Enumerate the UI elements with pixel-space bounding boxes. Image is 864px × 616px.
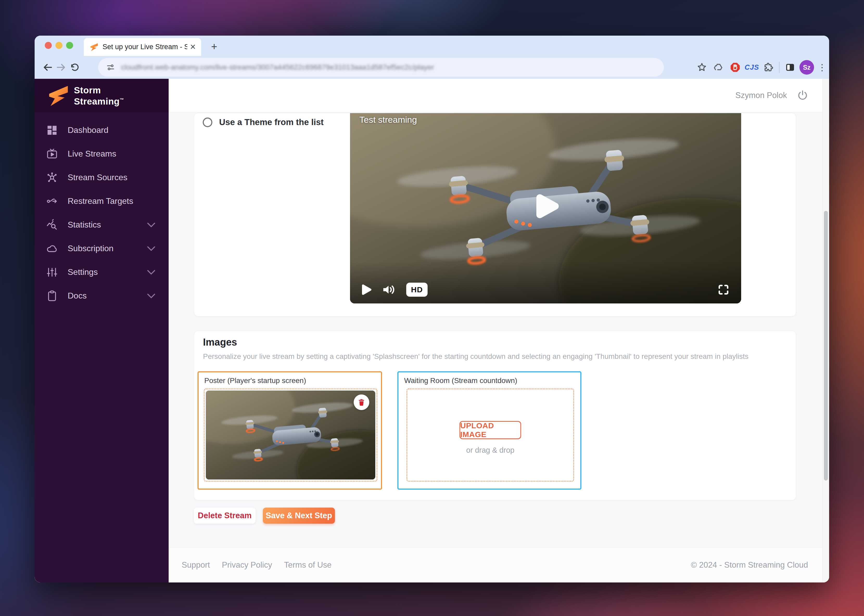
minimize-window-button[interactable]	[55, 42, 63, 49]
page-footer: Support Privacy Policy Terms of Use © 20…	[169, 547, 822, 583]
waiting-room-upload-box[interactable]: Waiting Room (Stream countdown) UPLOAD I…	[397, 371, 582, 490]
poster-label: Poster (Player's startup screen)	[204, 377, 306, 385]
back-icon[interactable]	[41, 61, 54, 74]
sidebar-item-settings[interactable]: Settings	[35, 260, 169, 284]
delete-poster-button[interactable]	[354, 394, 369, 410]
fullscreen-icon[interactable]	[717, 283, 730, 296]
toolbar-separator	[779, 61, 780, 73]
theme-radio-row[interactable]: Use a Theme from the list	[203, 117, 324, 127]
chevron-down-icon	[147, 246, 155, 251]
tv-play-icon	[46, 148, 58, 160]
adblock-hand-icon[interactable]	[727, 56, 744, 79]
logout-power-icon[interactable]	[797, 90, 808, 101]
new-tab-button[interactable]: +	[208, 41, 220, 52]
page-scrollbar-thumb[interactable]	[824, 211, 828, 481]
page-scrollbar-track[interactable]	[822, 79, 829, 583]
top-header: Szymon Polok	[169, 79, 829, 112]
storm-streaming-logo[interactable]: Storm Streaming™	[35, 79, 169, 112]
web-page: Storm Streaming™ Dashboard Live Streams	[35, 79, 829, 583]
cjs-extension-icon[interactable]: CJS	[744, 56, 760, 79]
tab-strip: Set up your Live Stream - Sto ✕ +	[35, 36, 829, 56]
images-card: Images Personalize your live stream by s…	[194, 331, 796, 500]
footer-links: Support Privacy Policy Terms of Use	[182, 560, 331, 570]
delete-stream-button[interactable]: Delete Stream	[194, 508, 255, 524]
theme-player-card: Use a Theme from the list Test streaming	[194, 113, 796, 316]
poster-dropzone[interactable]	[204, 388, 377, 482]
poster-upload-box[interactable]: Poster (Player's startup screen)	[197, 371, 382, 490]
video-player[interactable]: Test streaming	[350, 113, 741, 303]
footer-copyright: © 2024 - Storm Streaming Cloud	[691, 560, 808, 570]
bookmark-star-icon[interactable]	[694, 56, 710, 79]
forward-icon[interactable]	[54, 61, 68, 74]
dashboard-icon	[46, 124, 58, 136]
sidebar-item-live-streams[interactable]: Live Streams	[35, 142, 169, 166]
tab-close-icon[interactable]: ✕	[190, 42, 196, 51]
tune-icon[interactable]	[106, 63, 115, 72]
play-icon[interactable]	[361, 284, 372, 295]
reload-icon[interactable]	[68, 61, 82, 74]
save-next-step-button[interactable]: Save & Next Step	[263, 508, 335, 524]
footer-link-privacy[interactable]: Privacy Policy	[222, 560, 272, 570]
chevron-down-icon	[147, 293, 155, 298]
sidebar-item-statistics[interactable]: Statistics	[35, 213, 169, 237]
poster-thumbnail	[206, 391, 375, 479]
statistics-icon	[46, 219, 58, 231]
extensions-puzzle-icon[interactable]	[760, 56, 777, 79]
sidebar-item-subscription[interactable]: Subscription	[35, 237, 169, 260]
browser-tab[interactable]: Set up your Live Stream - Sto ✕	[84, 38, 201, 56]
close-window-button[interactable]	[45, 42, 52, 49]
sliders-icon	[46, 266, 58, 278]
theme-radio-button[interactable]	[203, 118, 212, 127]
side-panel-icon[interactable]	[782, 56, 798, 79]
waiting-room-label: Waiting Room (Stream countdown)	[404, 377, 517, 385]
sidebar: Storm Streaming™ Dashboard Live Streams	[35, 79, 169, 583]
maximize-window-button[interactable]	[66, 42, 73, 49]
clipboard-icon	[46, 290, 58, 302]
sidebar-item-dashboard[interactable]: Dashboard	[35, 118, 169, 142]
user-name: Szymon Polok	[735, 91, 787, 100]
sidebar-item-restream-targets[interactable]: Restream Targets	[35, 189, 169, 213]
logo-text: Storm Streaming™	[74, 85, 124, 106]
url-bar[interactable]: cloudfront.web-anatomy.com/live-streams/…	[98, 58, 664, 77]
window-controls	[45, 42, 73, 49]
chevron-down-icon	[147, 222, 155, 227]
browser-menu-icon[interactable]: ⋮	[815, 56, 829, 79]
drag-drop-hint: or drag & drop	[407, 446, 573, 454]
waiting-room-dropzone[interactable]: UPLOAD IMAGE or drag & drop	[407, 388, 574, 482]
hd-quality-badge[interactable]: HD	[406, 283, 427, 297]
images-heading: Images	[203, 337, 237, 348]
sidebar-item-docs[interactable]: Docs	[35, 284, 169, 308]
footer-link-terms[interactable]: Terms of Use	[284, 560, 332, 570]
volume-icon[interactable]	[382, 284, 396, 295]
trash-icon	[357, 398, 366, 407]
sidebar-nav: Dashboard Live Streams Stream Sources	[35, 118, 169, 308]
url-text: cloudfront.web-anatomy.com/live-streams/…	[121, 63, 434, 72]
chevron-down-icon	[147, 270, 155, 275]
restream-arrow-icon	[46, 195, 58, 207]
player-controls: HD	[361, 282, 730, 297]
sidebar-item-stream-sources[interactable]: Stream Sources	[35, 166, 169, 189]
cloud-icon	[46, 243, 58, 255]
hub-icon	[46, 171, 58, 184]
toolbar-right: CJS Sz ⋮	[694, 56, 829, 79]
tab-title: Set up your Live Stream - Sto	[102, 43, 188, 51]
favicon-storm-icon	[90, 42, 98, 52]
images-description: Personalize your live stream by setting …	[203, 352, 749, 361]
browser-window: Set up your Live Stream - Sto ✕ + cloudf…	[35, 36, 829, 583]
stream-title-overlay: Test streaming	[359, 115, 417, 125]
footer-link-support[interactable]: Support	[182, 560, 210, 570]
profile-avatar[interactable]: Sz	[798, 56, 815, 79]
big-play-button[interactable]	[526, 187, 565, 226]
storm-bolt-icon	[47, 85, 69, 107]
theme-radio-label: Use a Theme from the list	[219, 117, 324, 127]
main-content: Use a Theme from the list Test streaming	[169, 112, 822, 583]
upload-image-button[interactable]: UPLOAD IMAGE	[460, 421, 521, 439]
recycle-extension-icon[interactable]	[710, 56, 727, 79]
action-buttons: Delete Stream Save & Next Step	[194, 508, 335, 524]
